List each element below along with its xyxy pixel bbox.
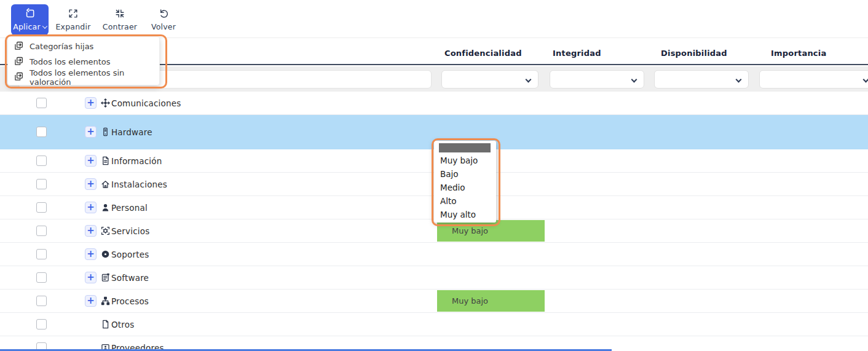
row-checkbox[interactable]	[36, 272, 47, 283]
expand-plus-button[interactable]: +	[85, 202, 97, 213]
column-header-integridad: Integridad	[553, 49, 601, 58]
server-icon	[101, 127, 110, 136]
row-checkbox[interactable]	[36, 226, 47, 236]
apply-dropdown-menu: Categorías hijas Todos los elementos T	[7, 36, 160, 85]
row-checkbox[interactable]	[36, 127, 47, 137]
apply-button[interactable]: Aplicar	[11, 4, 49, 35]
value-option-medio[interactable]: Medio	[434, 181, 496, 194]
importancia-filter-select[interactable]	[759, 70, 868, 89]
file-icon	[101, 320, 110, 329]
row-label: Soportes	[111, 250, 149, 259]
column-header-importancia: Importancia	[771, 49, 826, 58]
apply-icon	[25, 8, 36, 19]
confidencialidad-filter-select[interactable]	[441, 70, 539, 89]
risk-valuation-screen: Aplicar Expandir	[0, 0, 868, 351]
row-checkbox[interactable]	[36, 296, 47, 306]
confidencialidad-value-cell[interactable]: Muy bajo	[437, 290, 545, 312]
chevron-down-icon	[631, 77, 637, 83]
row-label: Información	[111, 156, 162, 166]
row-checkbox[interactable]	[36, 202, 47, 213]
disc-icon	[101, 250, 110, 259]
confidencialidad-value-cell[interactable]: Muy bajo	[437, 220, 545, 242]
menu-item-label: Categorías hijas	[30, 42, 93, 51]
row-label: Instalaciones	[111, 179, 167, 189]
expand-button-label: Expandir	[56, 22, 91, 31]
person-icon	[101, 203, 110, 212]
undo-icon	[158, 8, 169, 19]
expand-plus-button[interactable]: +	[85, 97, 97, 109]
row-label: Comunicaciones	[111, 98, 181, 108]
expand-icon	[68, 8, 79, 19]
apply-to-icon	[14, 41, 23, 52]
table-row-software[interactable]: + Software	[0, 266, 868, 290]
table-row-comunicaciones[interactable]: + Comunicaciones	[0, 92, 868, 115]
table-row-procesos[interactable]: + Procesos Muy bajo	[0, 290, 868, 313]
row-checkbox[interactable]	[36, 156, 47, 166]
row-checkbox[interactable]	[36, 179, 47, 189]
row-label: Servicios	[111, 226, 149, 236]
value-option-muy-alto[interactable]: Muy alto	[434, 208, 496, 221]
row-checkbox[interactable]	[36, 249, 47, 259]
contract-icon	[114, 8, 125, 19]
expand-button[interactable]: Expandir	[54, 4, 92, 35]
home-icon	[101, 179, 110, 189]
menu-item-label: Todos los elementos	[30, 57, 111, 66]
menu-item-todos-sin-valoracion[interactable]: Todos los elementos sin valoración	[8, 69, 159, 85]
menu-item-label: Todos los elementos sin valoración	[30, 68, 159, 87]
disponibilidad-filter-select[interactable]	[654, 70, 749, 89]
value-option-empty-selected[interactable]	[439, 143, 491, 152]
row-checkbox[interactable]	[36, 98, 47, 108]
expand-plus-button[interactable]: +	[85, 225, 97, 237]
table-row-soportes[interactable]: + Soportes	[0, 243, 868, 266]
value-option-muy-bajo[interactable]: Muy bajo	[434, 154, 496, 167]
contract-button[interactable]: Contraer	[98, 4, 141, 35]
gear-icon	[101, 226, 110, 235]
toolbar: Aplicar Expandir	[0, 0, 868, 38]
value-option-bajo[interactable]: Bajo	[434, 167, 496, 181]
expand-plus-button[interactable]: +	[85, 272, 97, 283]
column-header-confidencialidad: Confidencialidad	[444, 49, 522, 58]
row-checkbox[interactable]	[36, 319, 47, 329]
apply-to-icon	[14, 72, 23, 83]
chevron-down-icon	[863, 77, 868, 83]
apply-button-label: Aplicar	[13, 22, 41, 31]
expand-plus-button[interactable]: +	[85, 126, 97, 138]
value-dropdown-list: Muy bajo Bajo Medio Alto Muy alto	[434, 141, 496, 223]
chevron-down-icon	[736, 77, 742, 83]
chevron-down-icon	[526, 77, 532, 83]
row-label: Hardware	[111, 127, 152, 137]
document-icon	[101, 156, 110, 165]
expand-plus-button[interactable]: +	[85, 178, 97, 190]
integridad-filter-select[interactable]	[550, 70, 644, 89]
apply-to-icon	[14, 57, 23, 68]
row-label: Personal	[111, 203, 148, 213]
menu-item-todos-los-elementos[interactable]: Todos los elementos	[8, 54, 159, 69]
back-button[interactable]: Volver	[148, 4, 180, 35]
expand-plus-button[interactable]: +	[85, 155, 97, 167]
table-row-servicios[interactable]: + Servicios Muy bajo	[0, 219, 868, 243]
back-button-label: Volver	[151, 22, 176, 31]
menu-item-categorias-hijas[interactable]: Categorías hijas	[8, 39, 159, 54]
software-icon	[101, 273, 110, 282]
table-row-otros[interactable]: Otros	[0, 313, 868, 336]
expand-plus-button[interactable]: +	[85, 295, 97, 307]
network-icon	[101, 98, 110, 108]
sitemap-icon	[101, 296, 110, 306]
chevron-down-icon	[42, 23, 47, 28]
column-header-disponibilidad: Disponibilidad	[661, 49, 727, 58]
contract-button-label: Contraer	[103, 22, 137, 31]
value-option-alto[interactable]: Alto	[434, 194, 496, 208]
row-label: Otros	[111, 320, 134, 329]
expand-plus-button[interactable]: +	[85, 248, 97, 260]
row-label: Procesos	[111, 296, 149, 306]
row-label: Software	[111, 273, 149, 283]
